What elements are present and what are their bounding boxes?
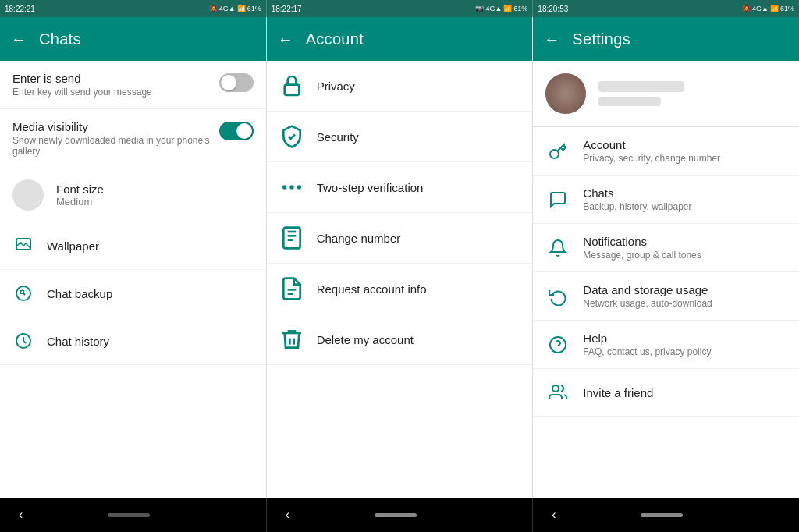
media-visibility-label: Media visibility: [12, 120, 213, 133]
panel-settings: ← Settings Account P: [533, 17, 799, 498]
request-info-row[interactable]: Request account info: [267, 264, 533, 314]
settings-notifications-desc: Message, group & call tones: [583, 250, 701, 261]
avatar: [545, 73, 586, 114]
svg-point-6: [289, 185, 293, 189]
nav-bar-3: ‹: [532, 498, 799, 532]
request-info-label: Request account info: [317, 282, 427, 296]
security-row[interactable]: Security: [267, 112, 533, 162]
nav-bar-1: ‹: [0, 498, 266, 532]
settings-chats-label: Chats: [583, 186, 691, 200]
delete-account-icon: [279, 327, 304, 352]
profile-row[interactable]: [533, 61, 799, 127]
chats-header: ← Chats: [0, 17, 266, 61]
settings-help-icon: [545, 332, 570, 357]
settings-account-desc: Privacy, security, change number: [583, 153, 720, 164]
nav-chevron-2[interactable]: ‹: [286, 508, 289, 522]
settings-data-icon: [545, 284, 570, 309]
privacy-icon: [279, 73, 304, 98]
nav-bar-2: ‹: [266, 498, 533, 532]
enter-is-send-toggle[interactable]: [219, 73, 254, 92]
settings-header: ← Settings: [533, 17, 799, 61]
svg-point-7: [297, 185, 300, 189]
account-back-button[interactable]: ←: [278, 30, 293, 48]
chats-back-button[interactable]: ←: [11, 30, 27, 48]
settings-account-icon: [545, 139, 570, 164]
wallpaper-icon: [12, 235, 34, 257]
settings-notifications-icon: [545, 236, 570, 261]
panel-account: ← Account Privacy Security: [267, 17, 534, 498]
settings-account-row[interactable]: Account Privacy, security, change number: [533, 127, 799, 176]
settings-help-label: Help: [583, 332, 711, 345]
change-number-row[interactable]: Change number: [267, 213, 533, 264]
svg-point-1: [20, 242, 22, 244]
settings-data-desc: Network usage, auto-download: [583, 298, 712, 309]
wallpaper-label: Wallpaper: [47, 239, 99, 253]
settings-content: Account Privacy, security, change number…: [533, 61, 799, 498]
media-visibility-desc: Show newly downloaded media in your phon…: [12, 135, 213, 157]
chat-backup-label: Chat backup: [47, 287, 112, 300]
navigation-bars: ‹ ‹ ‹: [0, 498, 799, 532]
chats-settings-content: Enter is send Enter key will send your m…: [0, 61, 266, 498]
time-2: 18:22:17: [272, 5, 302, 13]
security-icon: [279, 124, 304, 149]
time-1: 18:22:21: [5, 5, 35, 13]
settings-notifications-row[interactable]: Notifications Message, group & call tone…: [533, 224, 799, 272]
account-header: ← Account: [267, 17, 533, 61]
media-visibility-toggle[interactable]: [219, 122, 254, 140]
enter-is-send-label: Enter is send: [12, 72, 213, 85]
svg-rect-8: [283, 228, 300, 249]
settings-back-button[interactable]: ←: [544, 30, 559, 48]
settings-data-row[interactable]: Data and storage usage Network usage, au…: [533, 272, 799, 321]
enter-is-send-row: Enter is send Enter key will send your m…: [0, 61, 266, 109]
chat-backup-row[interactable]: Chat backup: [0, 270, 266, 317]
delete-account-label: Delete my account: [317, 333, 414, 346]
security-label: Security: [317, 130, 359, 144]
privacy-row[interactable]: Privacy: [267, 61, 533, 112]
chat-history-icon: [12, 330, 34, 352]
delete-account-row[interactable]: Delete my account: [267, 314, 533, 365]
settings-invite-icon: [545, 380, 570, 405]
icons-1: 🔕4G▲📶61%: [209, 5, 261, 12]
nav-chevron-1[interactable]: ‹: [19, 508, 23, 522]
profile-name: [598, 81, 684, 92]
chat-backup-icon: [12, 282, 34, 304]
time-3: 18:20:53: [538, 5, 568, 13]
settings-account-label: Account: [583, 138, 720, 151]
settings-data-label: Data and storage usage: [583, 283, 712, 296]
settings-help-row[interactable]: Help FAQ, contact us, privacy policy: [533, 321, 799, 369]
settings-notifications-label: Notifications: [583, 235, 701, 248]
change-number-icon: [279, 225, 304, 250]
icons-2: 📷4G▲📶61%: [475, 5, 527, 12]
font-size-row[interactable]: Font size Medium: [0, 168, 266, 222]
nav-chevron-3[interactable]: ‹: [552, 508, 556, 522]
nav-pill-3: [641, 513, 683, 517]
main-content: ← Chats Enter is send Enter key will sen…: [0, 17, 799, 498]
two-step-label: Two-step verification: [317, 181, 424, 194]
status-bar-1: 18:22:21 🔕4G▲📶61%: [0, 0, 266, 17]
request-info-icon: [279, 276, 304, 301]
account-title: Account: [306, 30, 364, 48]
two-step-icon: [279, 175, 304, 200]
icons-3: 🔕4G▲📶61%: [742, 5, 794, 12]
settings-invite-row[interactable]: Invite a friend: [533, 369, 799, 417]
svg-point-16: [552, 385, 559, 392]
profile-status: [598, 97, 661, 106]
svg-point-5: [282, 185, 286, 189]
change-number-label: Change number: [317, 232, 401, 245]
font-size-label: Font size: [56, 183, 104, 196]
status-bar-2: 18:22:17 📷4G▲📶61%: [266, 0, 533, 17]
settings-chats-row[interactable]: Chats Backup, history, wallpaper: [533, 176, 799, 224]
nav-pill-2: [375, 513, 417, 517]
settings-title: Settings: [572, 30, 630, 48]
wallpaper-row[interactable]: Wallpaper: [0, 222, 266, 270]
privacy-label: Privacy: [317, 80, 355, 93]
chat-history-label: Chat history: [47, 335, 109, 348]
settings-help-desc: FAQ, contact us, privacy policy: [583, 346, 711, 357]
account-settings-content: Privacy Security Two-step verification: [267, 61, 533, 498]
enter-is-send-desc: Enter key will send your message: [12, 87, 213, 98]
media-visibility-row: Media visibility Show newly downloaded m…: [0, 109, 266, 168]
chat-history-row[interactable]: Chat history: [0, 317, 266, 365]
font-size-avatar: [12, 179, 44, 211]
svg-rect-4: [284, 85, 299, 95]
two-step-row[interactable]: Two-step verification: [267, 162, 533, 213]
